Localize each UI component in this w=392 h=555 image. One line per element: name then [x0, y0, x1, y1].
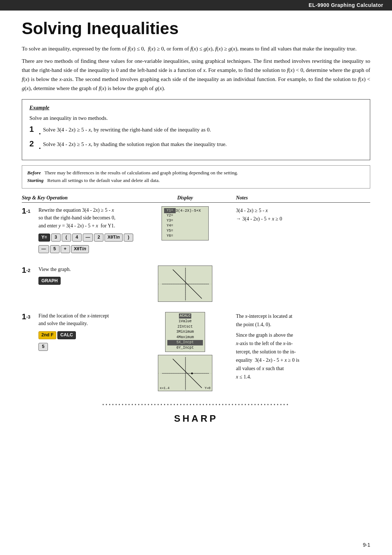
step-1-3-notes: The x-intercept is located at the point … [229, 312, 370, 381]
starting-text: Return all settings to the default value… [47, 178, 160, 183]
bottom-dots: ••••••••••••••••••••••••••••••••••••••••… [22, 402, 370, 408]
key-close-paren[interactable]: ) [124, 234, 133, 242]
before-text: There may be differences in the results … [44, 170, 238, 175]
key-4[interactable]: 4 [72, 234, 82, 242]
graph-y-coord: Y=0 [205, 386, 211, 390]
step-1-2-num: 1-2 [22, 266, 38, 275]
step-1-3-display: ACALC 1Value 2Intsct 3Minimum 4Maximum 5… [142, 312, 229, 392]
y-editor-screen: Y1= 3(4-2X)-5+X Y2= Y3= Y4= Y5= Y6= [162, 206, 209, 241]
step-1-1-notes: 3(4 - 2x) ≥ 5 - x → 3(4 - 2x) - 5 + x ≥ … [229, 206, 370, 223]
header-title: EL-9900 Graphing Calculator [309, 2, 383, 8]
key-calc[interactable]: CALC [57, 331, 76, 339]
example-step-1: 1. Solve 3(4 - 2x) ≥ 5 - x, by rewriting… [29, 125, 363, 138]
step-1-2-row: 1-2 View the graph. GRAPH [22, 266, 370, 303]
key-row-1-3b: 5 [38, 343, 142, 351]
svg-point-12 [191, 373, 193, 374]
intro-para-1: To solve an inequality, expressed by the… [22, 44, 370, 53]
before-label: Before [27, 170, 41, 175]
step-1-1-display: Y1= 3(4-2X)-5+X Y2= Y3= Y4= Y5= Y6= [142, 206, 229, 241]
key-5-calc[interactable]: 5 [38, 343, 48, 351]
col-header-step: Step & Key Operation [22, 195, 142, 201]
note-box: Before There may be differences in the r… [22, 165, 370, 189]
key-5[interactable]: 5 [50, 245, 60, 253]
key-x-theta[interactable]: XθT/n [105, 234, 123, 242]
key-plus[interactable]: + [61, 245, 70, 253]
page-title: Solving Inequalities [22, 19, 370, 38]
key-2nd-f[interactable]: 2nd F [38, 331, 56, 339]
key-2[interactable]: 2 [94, 234, 103, 242]
sharp-logo: SHARP [22, 413, 370, 424]
example-step-2: 2. Solve 3(4 - 2x) ≥ 5 - x, by shading t… [29, 140, 363, 153]
intro-para-2: There are two methods of finding these v… [22, 57, 370, 93]
col-header-notes: Notes [229, 195, 370, 201]
step-1-2-display [142, 266, 229, 303]
key-minus1[interactable]: — [83, 234, 93, 242]
starting-label: Starting [27, 178, 44, 183]
key-row-1-1a: Y= 3 ( 4 — 2 XθT/n ) [38, 234, 142, 242]
step-1-3-content: Find the location of the x-intercept and… [38, 312, 142, 352]
header-bar: EL-9900 Graphing Calculator [0, 0, 392, 11]
key-row-1-1b: — 5 + XθT/n [38, 245, 142, 253]
graph-x-coord: x=1.4 [160, 386, 170, 390]
key-minus2[interactable]: — [38, 245, 49, 253]
columns-header: Step & Key Operation Display Notes [22, 195, 370, 203]
key-y-equals[interactable]: Y= [38, 234, 50, 242]
key-row-1-3a: 2nd F CALC [38, 331, 142, 339]
col-header-display: Display [142, 195, 229, 201]
graph-screen-1-2 [158, 266, 212, 302]
step-1-3-row: 1-3 Find the location of the x-intercept… [22, 312, 370, 392]
step-1-3-num: 1-3 [22, 312, 38, 321]
key-row-1-2: GRAPH [38, 277, 142, 285]
graph-screen-1-3: x=1.4 Y=0 [158, 355, 212, 391]
example-intro: Solve an inequality in two methods. [29, 114, 363, 122]
key-graph[interactable]: GRAPH [38, 277, 61, 285]
key-open-paren[interactable]: ( [62, 234, 71, 242]
key-x-theta2[interactable]: XθT/n [71, 245, 89, 253]
example-title: Example [29, 105, 49, 111]
example-box: Example Solve an inequality in two metho… [22, 99, 370, 160]
calc-menu-screen: ACALC 1Value 2Intsct 3Minimum 4Maximum 5… [165, 312, 205, 352]
key-3[interactable]: 3 [51, 234, 61, 242]
page-number: 9-1 [363, 542, 370, 548]
step-1-2-content: View the graph. GRAPH [38, 266, 142, 287]
step-1-1-num: 1-1 [22, 206, 38, 216]
step-1-1-content: Rewrite the equation 3(4 - 2x) ≥ 5 - x s… [38, 206, 142, 255]
step-1-1-row: 1-1 Rewrite the equation 3(4 - 2x) ≥ 5 -… [22, 206, 370, 255]
